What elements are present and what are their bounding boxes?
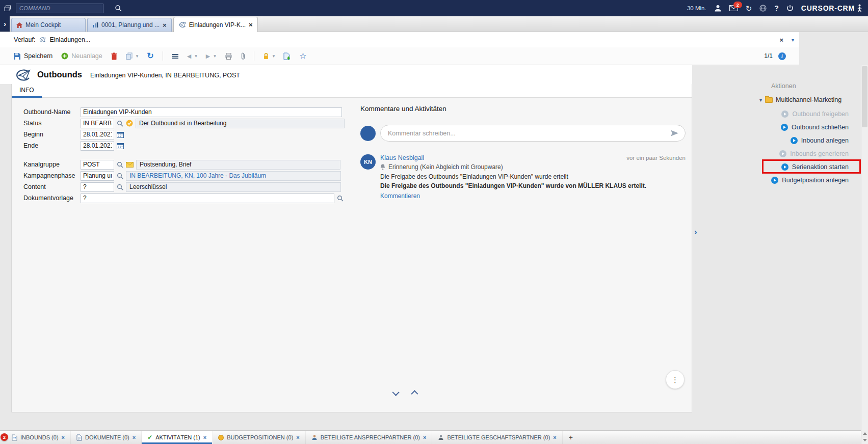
history-bar-controls: × ▾ [779, 32, 794, 47]
tab-kampagne[interactable]: 0001, Planung und ... × [87, 18, 172, 32]
comment-author-link[interactable]: Klaus Nesbigall [380, 154, 424, 161]
add-bottom-tab-button[interactable]: + [563, 431, 579, 444]
notification-badge[interactable]: 2 [1, 433, 8, 441]
close-icon[interactable]: × [779, 36, 783, 44]
outbound-form: Outbound-Name Status Der Outbound ist in… [23, 106, 345, 204]
lookup-icon[interactable] [117, 120, 123, 127]
content-input[interactable] [81, 182, 114, 192]
new-record-button[interactable]: Neuanlage [61, 52, 102, 60]
nav-previous-button[interactable]: ◀ ▾ [187, 53, 197, 60]
bottom-tab-aktivitaeten[interactable]: ✓ AKTIVITÄTEN (1) × [142, 431, 213, 444]
comment-action-link[interactable]: Kommentieren [380, 192, 686, 200]
help-icon[interactable]: ? [774, 4, 779, 12]
command-input[interactable] [16, 4, 103, 13]
mail-icon[interactable]: 2 [729, 5, 738, 11]
session-timer: 30 Min. [687, 5, 706, 11]
outbound-name-input[interactable] [81, 107, 342, 117]
chevron-down-icon[interactable]: ▾ [273, 53, 275, 59]
scroll-up-button[interactable] [861, 430, 868, 437]
form-row-content: Content Leerschlüssel [23, 181, 345, 192]
close-icon[interactable]: × [163, 22, 167, 29]
record-subtitle: Einladungen VIP-Kunden, IN BEARBEITUNG, … [90, 70, 240, 79]
comment-input[interactable] [380, 125, 686, 142]
vertical-scrollbar[interactable] [861, 65, 868, 444]
send-icon[interactable] [670, 130, 679, 136]
channel-group-input[interactable] [81, 160, 114, 170]
lookup-icon[interactable] [117, 161, 123, 168]
menu-button[interactable] [172, 53, 178, 59]
tab-info[interactable]: INFO [12, 84, 42, 98]
user-icon[interactable] [714, 5, 722, 12]
chevron-down-icon[interactable]: ▾ [214, 53, 216, 59]
print-button[interactable] [225, 53, 232, 60]
close-icon[interactable]: × [296, 434, 299, 440]
info-icon[interactable]: i [778, 52, 786, 60]
action-budgetposition-anlegen[interactable]: Budgetposition anlegen [692, 174, 849, 187]
form-row-begin: Beginn [23, 129, 345, 140]
more-options-button[interactable]: ⋮ [666, 370, 685, 389]
power-icon[interactable] [786, 5, 794, 12]
lookup-icon[interactable] [337, 195, 344, 202]
search-icon[interactable] [115, 5, 122, 12]
close-icon[interactable]: × [423, 434, 426, 440]
status-description: Der Outbound ist in Bearbeitung [136, 119, 345, 128]
close-icon[interactable]: × [249, 21, 253, 28]
history-label: Verlauf: [14, 36, 35, 43]
channel-group-description: Postsendung, Brief [136, 160, 340, 170]
sidebar-collapse-handle[interactable]: › [694, 227, 697, 237]
arrow-right-icon: ▶ [206, 53, 210, 60]
bottom-tab-label: DOKUMENTE (0) [85, 434, 129, 440]
bottom-tab-dokumente[interactable]: DOKUMENTE (0) × [71, 431, 142, 444]
tab-einladungen[interactable]: Einladungen VIP-K... × [173, 17, 258, 32]
calendar-icon[interactable] [117, 131, 124, 138]
bottom-tab-beteiligte-ansprechpartner[interactable]: BETEILIGTE ANSPRECHPARTNER (0) × [306, 431, 433, 444]
action-inbound-anlegen[interactable]: Inbound anlegen [692, 134, 849, 147]
action-serienaktion-starten[interactable]: Serienaktion starten [692, 160, 849, 174]
close-icon[interactable]: × [133, 434, 136, 440]
chevron-down-icon[interactable]: ▾ [759, 97, 762, 103]
tab-mein-cockpit[interactable]: Mein Cockpit [11, 18, 86, 32]
refresh-button[interactable]: ↻ [147, 52, 153, 60]
add-document-button[interactable] [283, 52, 291, 60]
close-icon[interactable]: × [553, 434, 556, 440]
sync-icon[interactable]: ↻ [746, 5, 752, 12]
history-current-item[interactable]: Einladungen... [49, 36, 90, 43]
collapse-up-button[interactable] [410, 390, 418, 397]
action-outbound-schliessen[interactable]: Outbound schließen [692, 121, 849, 134]
favorite-button[interactable]: ☆ [299, 52, 306, 60]
save-button[interactable]: Speichern [13, 52, 52, 60]
actions-group-row[interactable]: ▾ Multichannel-Marketing [759, 96, 841, 103]
nav-next-button[interactable]: ▶ ▾ [206, 53, 216, 60]
bottom-tab-inbounds[interactable]: INBOUNDS (0) × [6, 431, 71, 444]
windows-icon[interactable] [4, 5, 11, 12]
collapse-down-button[interactable] [392, 390, 401, 397]
begin-date-input[interactable] [81, 130, 114, 140]
status-input[interactable] [81, 119, 114, 128]
chevron-up-icon [411, 390, 418, 397]
chevron-down-icon[interactable]: ▾ [136, 53, 139, 59]
calendar-icon[interactable] [117, 143, 124, 149]
lookup-icon[interactable] [117, 184, 123, 190]
delete-button[interactable] [111, 52, 117, 60]
end-date-input[interactable] [81, 141, 114, 151]
lookup-icon[interactable] [117, 173, 123, 179]
scroll-down-button[interactable] [861, 437, 868, 443]
attachment-button[interactable] [241, 52, 245, 60]
document-template-input[interactable] [81, 193, 334, 203]
bottom-tab-budgetpositionen[interactable]: BUDGETPOSITIONEN (0) × [213, 431, 306, 444]
lock-button[interactable]: ▾ [263, 52, 275, 60]
bottom-tab-beteiligte-geschaeftspartner[interactable]: BETEILIGTE GESCHÄFTSPARTNER (0) × [432, 431, 562, 444]
close-icon[interactable]: × [203, 434, 206, 440]
tab-scroll-button[interactable]: › [0, 16, 10, 32]
scrollbar-thumb[interactable] [862, 66, 867, 127]
chevron-down-icon[interactable]: ▾ [792, 37, 794, 43]
close-icon[interactable]: × [62, 434, 65, 440]
globe-icon[interactable] [759, 5, 767, 12]
campaign-phase-link[interactable]: IN BEARBEITUNG, KN, 100 Jahre - Das Jubi… [126, 171, 341, 181]
copy-button[interactable]: ▾ [126, 52, 139, 60]
actions-sidebar: › Aktionen ▾ Multichannel-Marketing Outb… [692, 65, 861, 430]
campaign-phase-input[interactable] [81, 171, 114, 181]
mail-badge: 2 [733, 2, 742, 8]
chevron-down-icon[interactable]: ▾ [195, 53, 197, 59]
activity-check-icon: ✓ [147, 434, 152, 441]
